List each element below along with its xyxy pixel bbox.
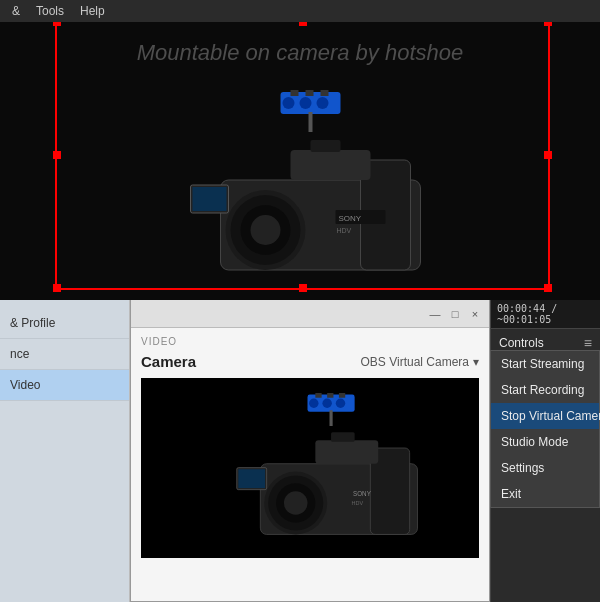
source-dropdown-label: OBS Virtual Camera xyxy=(361,355,470,369)
sidebar-item-profile[interactable]: & Profile xyxy=(0,308,129,339)
context-menu: Start Streaming Start Recording Stop Vir… xyxy=(490,350,600,508)
svg-rect-18 xyxy=(311,140,341,152)
svg-text:SONY: SONY xyxy=(353,490,372,497)
svg-text:SONY: SONY xyxy=(339,214,362,223)
svg-point-13 xyxy=(251,215,281,245)
source-dropdown[interactable]: OBS Virtual Camera ▾ xyxy=(361,355,480,369)
menu-ampersand[interactable]: & xyxy=(4,2,28,20)
properties-window: — □ × VIDEO Camera OBS Virtual Camera ▾ xyxy=(130,300,490,602)
handle-mr[interactable] xyxy=(544,151,552,159)
bottom-panel: & Profile nce Video — □ × VIDEO Camera O… xyxy=(0,300,600,602)
menu-exit[interactable]: Exit xyxy=(491,481,599,507)
sidebar-item-nce[interactable]: nce xyxy=(0,339,129,370)
svg-point-28 xyxy=(336,399,345,408)
preview-area: & Tools Help Mountable on camera by hots… xyxy=(0,0,600,300)
source-row: Camera OBS Virtual Camera ▾ xyxy=(141,353,479,370)
svg-point-35 xyxy=(284,491,308,515)
timer-display: 00:00:44 / ~00:01:05 xyxy=(491,300,600,329)
svg-point-6 xyxy=(317,97,329,109)
handle-ml[interactable] xyxy=(53,151,61,159)
menu-stop-virtual-camera[interactable]: Stop Virtual Camera xyxy=(491,403,599,429)
watermark-text: Mountable on camera by hotshoe xyxy=(0,40,600,66)
menu-tools[interactable]: Tools xyxy=(28,2,72,20)
svg-rect-7 xyxy=(309,112,313,132)
svg-rect-16 xyxy=(193,187,227,211)
maximize-button[interactable]: □ xyxy=(447,306,463,322)
chevron-down-icon: ▾ xyxy=(473,355,479,369)
menu-studio-mode[interactable]: Studio Mode xyxy=(491,429,599,455)
camera-image-small: SONY HDV xyxy=(210,393,460,558)
svg-text:HDV: HDV xyxy=(337,227,352,234)
source-preview: SONY HDV xyxy=(141,378,479,558)
menu-start-recording[interactable]: Start Recording xyxy=(491,377,599,403)
handle-br[interactable] xyxy=(544,284,552,292)
svg-text:HDV: HDV xyxy=(352,500,364,506)
svg-rect-1 xyxy=(291,90,299,96)
menu-bar: & Tools Help xyxy=(0,0,600,22)
menu-help[interactable]: Help xyxy=(72,2,113,20)
sidebar: & Profile nce Video xyxy=(0,300,130,602)
svg-rect-40 xyxy=(331,432,355,441)
preview-canvas: Mountable on camera by hotshoe xyxy=(0,0,600,300)
menu-start-streaming[interactable]: Start Streaming xyxy=(491,351,599,377)
video-label: VIDEO xyxy=(141,336,479,347)
svg-point-5 xyxy=(300,97,312,109)
window-titlebar: — □ × xyxy=(131,300,489,328)
svg-rect-38 xyxy=(238,469,265,488)
close-button[interactable]: × xyxy=(467,306,483,322)
svg-rect-2 xyxy=(306,90,314,96)
svg-rect-24 xyxy=(327,393,333,398)
svg-point-26 xyxy=(309,399,318,408)
svg-point-27 xyxy=(322,399,331,408)
svg-rect-25 xyxy=(339,393,345,398)
svg-rect-17 xyxy=(291,150,371,180)
window-body: VIDEO Camera OBS Virtual Camera ▾ xyxy=(131,328,489,601)
camera-image-top: SONY HDV xyxy=(161,90,471,300)
minimize-button[interactable]: — xyxy=(427,306,443,322)
svg-rect-29 xyxy=(330,410,333,426)
controls-title: Controls xyxy=(499,336,544,350)
svg-rect-23 xyxy=(315,393,321,398)
controls-menu-icon[interactable]: ≡ xyxy=(584,335,592,351)
menu-settings[interactable]: Settings xyxy=(491,455,599,481)
handle-bl[interactable] xyxy=(53,284,61,292)
svg-rect-39 xyxy=(315,440,378,464)
svg-rect-3 xyxy=(321,90,329,96)
source-name: Camera xyxy=(141,353,196,370)
svg-point-4 xyxy=(283,97,295,109)
right-panel: 00:00:44 / ~00:01:05 Controls ≡ Start St… xyxy=(490,300,600,602)
sidebar-item-video[interactable]: Video xyxy=(0,370,129,401)
